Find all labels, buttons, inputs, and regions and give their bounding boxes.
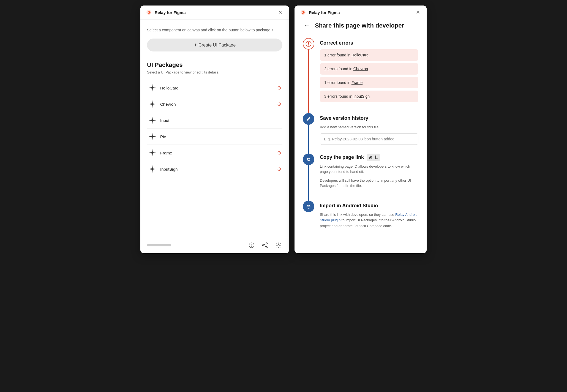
- svg-point-12: [308, 45, 309, 45]
- package-icon: [148, 149, 156, 157]
- error-text: 2 errors found in: [324, 67, 353, 71]
- left-panel-title: Relay for Figma: [155, 10, 186, 15]
- step-connector-line: [308, 125, 309, 154]
- back-button[interactable]: ←: [303, 21, 311, 30]
- svg-line-6: [264, 244, 266, 245]
- package-icon: [148, 84, 156, 92]
- timeline-left-copy-link: [303, 154, 314, 201]
- timeline-step-copy-link: Copy the page link ⌘ L Link containing p…: [303, 154, 418, 201]
- package-icon: [148, 132, 156, 141]
- relay-logo-icon: [300, 9, 306, 15]
- share-button[interactable]: [261, 241, 269, 249]
- step-title-errors: Correct errors: [320, 40, 418, 46]
- package-name: Pie: [160, 134, 281, 139]
- android-step-circle: [303, 201, 314, 212]
- svg-point-5: [263, 245, 264, 246]
- share-header: ← Share this page with developer: [303, 21, 418, 30]
- timeline-left-android: [303, 201, 314, 238]
- list-item[interactable]: InputSign ⊙: [147, 161, 282, 177]
- scrollbar[interactable]: [147, 244, 171, 246]
- error-text: 1 error found in: [324, 53, 351, 57]
- relay-logo-icon: [146, 9, 152, 15]
- packages-section-desc: Select a UI Package to view or edit its …: [147, 70, 282, 74]
- copy-link-desc2: Developers will still have the option to…: [320, 178, 418, 189]
- svg-rect-15: [307, 206, 310, 208]
- link-icon: [306, 157, 311, 162]
- package-name: Input: [160, 118, 281, 123]
- left-panel-close-button[interactable]: ✕: [277, 9, 284, 15]
- error-card[interactable]: 2 errors found in Chevron: [320, 63, 418, 75]
- error-indicator-icon: ⊙: [277, 101, 281, 107]
- timeline-left-version: [303, 113, 314, 154]
- list-item[interactable]: Frame ⊙: [147, 145, 282, 161]
- step-content-errors: Correct errors 1 error found in HelloCar…: [320, 38, 418, 113]
- list-item[interactable]: HelloCard ⊙: [147, 80, 282, 96]
- timeline-left-errors: [303, 38, 314, 113]
- copy-link-step-circle: [303, 154, 314, 165]
- share-page-title: Share this page with developer: [315, 22, 404, 29]
- version-step-circle: [303, 113, 314, 125]
- scroll-indicator: [147, 244, 242, 246]
- svg-line-13: [306, 121, 307, 121]
- error-step-circle: [303, 38, 314, 50]
- svg-line-17: [310, 205, 310, 205]
- step-connector-line: [308, 50, 309, 113]
- packages-section-title: UI Packages: [147, 61, 282, 69]
- svg-line-7: [264, 246, 266, 247]
- version-input[interactable]: [320, 133, 418, 145]
- error-text: 1 error found in: [324, 80, 351, 85]
- left-panel-title-group: Relay for Figma: [146, 9, 186, 15]
- timeline-step-android: Import in Android Studio Share this link…: [303, 201, 418, 238]
- settings-icon: [276, 243, 281, 248]
- svg-point-8: [278, 244, 279, 246]
- version-desc: Add a new named version for this file: [320, 124, 418, 130]
- settings-button[interactable]: [275, 241, 282, 249]
- error-card[interactable]: 3 errors found in InputSign: [320, 91, 418, 102]
- timeline-step-version: Save version history Add a new named ver…: [303, 113, 418, 154]
- left-panel: Relay for Figma ✕ Select a component on …: [140, 6, 289, 253]
- share-icon: [262, 242, 268, 248]
- exclamation-icon: [306, 41, 312, 47]
- error-indicator-icon: ⊙: [277, 150, 281, 156]
- step-content-android: Import in Android Studio Share this link…: [320, 201, 418, 238]
- error-card[interactable]: 1 error found in Frame: [320, 77, 418, 88]
- copy-link-title-row: Copy the page link ⌘ L: [320, 154, 418, 161]
- svg-text:?: ?: [251, 244, 253, 247]
- package-name: Chevron: [160, 102, 277, 107]
- left-panel-footer: ?: [140, 237, 289, 253]
- left-panel-header: Relay for Figma ✕: [140, 6, 289, 20]
- package-icon: [148, 165, 156, 173]
- android-desc: Share this link with developers so they …: [320, 212, 418, 229]
- svg-point-18: [308, 206, 308, 206]
- error-link[interactable]: InputSign: [353, 94, 370, 99]
- error-link[interactable]: Frame: [351, 80, 362, 85]
- list-item[interactable]: Chevron ⊙: [147, 96, 282, 112]
- list-item[interactable]: Pie: [147, 129, 282, 145]
- relay-plugin-link[interactable]: Relay Android Studio plugin: [320, 213, 418, 222]
- package-name: InputSign: [160, 167, 277, 172]
- svg-point-4: [266, 247, 268, 248]
- step-title-copy-link: Copy the page link: [320, 154, 364, 160]
- timeline-step-errors: Correct errors 1 error found in HelloCar…: [303, 38, 418, 113]
- intro-text: Select a component on canvas and click o…: [147, 27, 282, 33]
- step-title-android: Import in Android Studio: [320, 203, 418, 209]
- create-btn-label: ✦ Create UI Package: [194, 42, 236, 48]
- create-ui-package-button[interactable]: ✦ Create UI Package: [147, 39, 282, 51]
- list-item[interactable]: Input: [147, 112, 282, 129]
- right-panel-close-button[interactable]: ✕: [415, 9, 421, 15]
- step-content-copy-link: Copy the page link ⌘ L Link containing p…: [320, 154, 418, 201]
- right-panel-title: Relay for Figma: [309, 10, 340, 15]
- right-panel-body: ← Share this page with developer: [295, 18, 427, 253]
- error-link[interactable]: Chevron: [353, 67, 368, 71]
- error-card[interactable]: 1 error found in HelloCard: [320, 49, 418, 61]
- left-panel-body: Select a component on canvas and click o…: [140, 20, 289, 237]
- package-name: Frame: [160, 151, 277, 155]
- help-button[interactable]: ?: [248, 241, 255, 249]
- error-link[interactable]: HelloCard: [351, 53, 369, 57]
- package-list: HelloCard ⊙ Chevron ⊙ Input: [147, 80, 282, 177]
- error-indicator-icon: ⊙: [277, 166, 281, 172]
- step-title-version: Save version history: [320, 115, 418, 121]
- error-indicator-icon: ⊙: [277, 85, 281, 91]
- error-text: 3 errors found in: [324, 94, 353, 99]
- copy-link-desc1: Link containing page ID allows developer…: [320, 164, 418, 175]
